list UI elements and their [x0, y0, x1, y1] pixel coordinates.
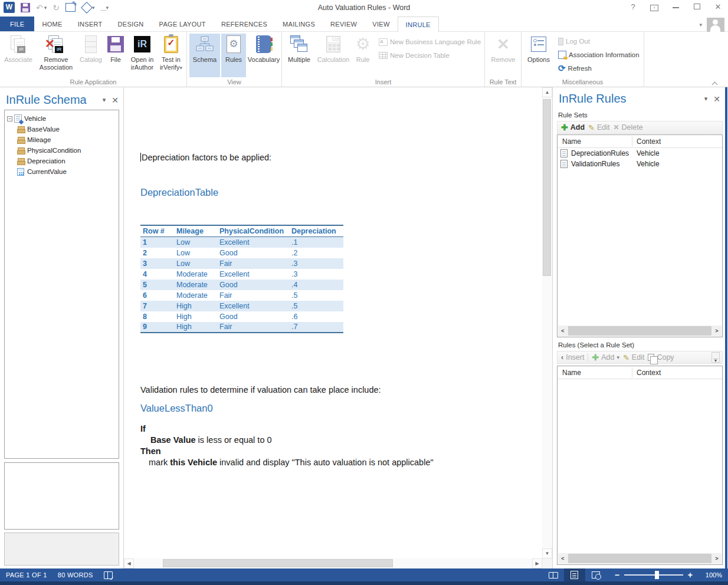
word-count[interactable]: 80 WORDS [58, 571, 93, 579]
rule-copy-button[interactable]: Copy [648, 353, 674, 361]
insert-multiple-button[interactable]: Multiple [283, 34, 315, 77]
account-dropdown-icon[interactable]: ▾ [699, 22, 702, 28]
tree-item-depreciation[interactable]: Depreciation [5, 156, 119, 166]
scroll-left-icon[interactable]: < [558, 553, 568, 564]
column-context[interactable]: Context [637, 369, 661, 377]
paragraph-depreciation-intro[interactable]: Depreciation factors to be applied: [140, 153, 271, 162]
rule-insert-button[interactable]: ‹Insert [561, 353, 584, 361]
rules-horizontal-scrollbar[interactable]: < > [558, 553, 722, 564]
tree-item-mileage[interactable]: Mileage [5, 135, 119, 144]
document-vertical-scrollbar[interactable]: ▲ ▼ [542, 87, 552, 558]
collapse-ribbon-button[interactable] [713, 78, 720, 83]
scroll-left-button[interactable]: ◀ [124, 558, 134, 568]
zoom-in-button[interactable]: + [688, 570, 693, 580]
schema-panel-menu-icon[interactable]: ▾ [103, 96, 106, 104]
rule-if-label[interactable]: If [140, 424, 146, 433]
rule-sets-list[interactable]: Name Context DepreciationRules Vehicle V… [557, 134, 723, 337]
test-in-irverify-button[interactable]: Test inirVerify▾ [157, 34, 185, 77]
insert-calculation-button[interactable]: Calculation [315, 34, 352, 77]
tab-mailings[interactable]: MAILINGS [275, 17, 323, 31]
rule-sets-horizontal-scrollbar[interactable]: < > [558, 326, 722, 336]
scroll-right-button[interactable]: ▶ [532, 558, 542, 568]
page-indicator[interactable]: PAGE 1 OF 1 [6, 571, 47, 579]
tree-item-currentvalue[interactable]: CurrentValue [5, 167, 119, 176]
help-button[interactable]: ? [627, 2, 640, 11]
proofing-status-icon[interactable] [104, 571, 113, 579]
user-avatar[interactable] [707, 18, 724, 32]
schema-panel-close-icon[interactable]: ✕ [112, 96, 119, 105]
file-button[interactable]: File [105, 34, 126, 77]
tree-item-basevalue[interactable]: BaseValue [5, 124, 119, 134]
rule-set-delete-button[interactable]: ✕Delete [614, 123, 643, 132]
tree-item-vehicle[interactable]: − Vehicle [5, 114, 119, 123]
scroll-down-button[interactable]: ▼ [542, 548, 552, 558]
scroll-right-icon[interactable]: > [712, 326, 722, 336]
insert-rule-button[interactable]: ⚙ Rule [352, 34, 374, 77]
zoom-track[interactable] [624, 574, 683, 576]
association-information-button[interactable]: Association Information [558, 49, 640, 61]
close-button[interactable]: ✕ [711, 2, 724, 11]
document-area[interactable]: Depreciation factors to be applied: Depr… [124, 87, 552, 568]
vertical-scroll-thumb[interactable] [543, 99, 551, 276]
rule-action[interactable]: mark this Vehicle invalid and display "T… [149, 458, 434, 467]
heading-depreciation-table[interactable]: DepreciationTable [140, 187, 218, 198]
horizontal-scroll-thumb[interactable] [163, 559, 393, 567]
depreciation-table[interactable]: Row # Mileage PhysicalCondition Deprecia… [140, 225, 343, 333]
new-business-language-rule-button[interactable]: New Business Language Rule [379, 36, 481, 48]
tree-collapse-icon[interactable]: − [7, 116, 12, 121]
tab-references[interactable]: REFERENCES [214, 17, 275, 31]
column-name[interactable]: Name [562, 137, 581, 146]
rules-panel-close-icon[interactable]: ✕ [713, 94, 720, 104]
print-layout-button[interactable] [564, 568, 585, 581]
tab-review[interactable]: REVIEW [323, 17, 365, 31]
maximize-button[interactable] [690, 2, 703, 11]
column-context[interactable]: Context [637, 137, 661, 146]
ribbon-display-options-button[interactable]: ↑ [648, 2, 661, 11]
read-mode-button[interactable] [543, 568, 564, 581]
rule-set-edit-button[interactable]: ✎Edit [588, 123, 609, 132]
associate-button[interactable]: iR Associate [1, 34, 35, 77]
open-in-irauthor-button[interactable]: iR Open inirAuthor [127, 34, 157, 77]
options-button[interactable]: Options [524, 34, 553, 77]
rules-list[interactable]: Name Context < > [557, 366, 723, 565]
rule-set-add-button[interactable]: ✚Add [561, 123, 585, 132]
schema-toggle-button[interactable]: <> <> <> Schema [189, 34, 220, 77]
rule-edit-button[interactable]: ✎Edit [623, 353, 644, 362]
zoom-out-button[interactable]: − [615, 570, 619, 580]
tab-design[interactable]: DESIGN [110, 17, 152, 31]
vocabulary-button[interactable]: Vocabulary [246, 34, 281, 77]
heading-valuelessthan0[interactable]: ValueLessThan0 [140, 403, 213, 414]
document-horizontal-scrollbar[interactable]: ◀ ▶ [124, 558, 542, 568]
scroll-left-icon[interactable]: < [558, 326, 568, 336]
scroll-thumb[interactable] [568, 326, 711, 336]
catalog-button[interactable]: Catalog [77, 34, 105, 77]
rule-condition[interactable]: Base Value is less or equal to 0 [150, 435, 272, 445]
remove-rule-text-button[interactable]: ✕ Remove [487, 34, 519, 77]
rules-toggle-button[interactable]: Rules [221, 34, 246, 77]
rule-set-row-validationrules[interactable]: ValidationRules Vehicle [558, 159, 722, 169]
zoom-thumb[interactable] [655, 571, 659, 579]
scroll-thumb[interactable] [568, 554, 711, 563]
web-layout-button[interactable] [585, 568, 606, 581]
tree-item-physicalcondition[interactable]: PhysicalCondition [5, 146, 119, 155]
paragraph-validation-intro[interactable]: Validation rules to determine if valuati… [140, 385, 381, 395]
column-name[interactable]: Name [562, 369, 581, 377]
tab-page-layout[interactable]: PAGE LAYOUT [152, 17, 214, 31]
new-decision-table-button[interactable]: New Decision Table [379, 50, 450, 61]
tab-home[interactable]: HOME [34, 17, 70, 31]
rules-panel-menu-icon[interactable]: ▾ [704, 95, 708, 103]
zoom-slider[interactable]: − + [615, 570, 693, 580]
refresh-button[interactable]: ⟳ Refresh [558, 63, 592, 74]
scroll-right-icon[interactable]: > [712, 553, 722, 564]
tab-file[interactable]: FILE [0, 17, 34, 31]
log-out-button[interactable]: Log Out [558, 35, 590, 47]
zoom-percentage[interactable]: 100% [701, 571, 722, 579]
tab-insert[interactable]: INSERT [70, 17, 110, 31]
remove-association-button[interactable]: iR✕ RemoveAssociation [37, 34, 76, 77]
rule-then-label[interactable]: Then [140, 446, 161, 456]
minimize-button[interactable] [669, 2, 682, 11]
tab-view[interactable]: VIEW [365, 17, 397, 31]
tab-inrule[interactable]: INRULE [398, 17, 439, 32]
rule-set-row-depreciationrules[interactable]: DepreciationRules Vehicle [558, 148, 722, 159]
toolbar-overflow-button[interactable]: ⸏▾ [711, 352, 720, 363]
